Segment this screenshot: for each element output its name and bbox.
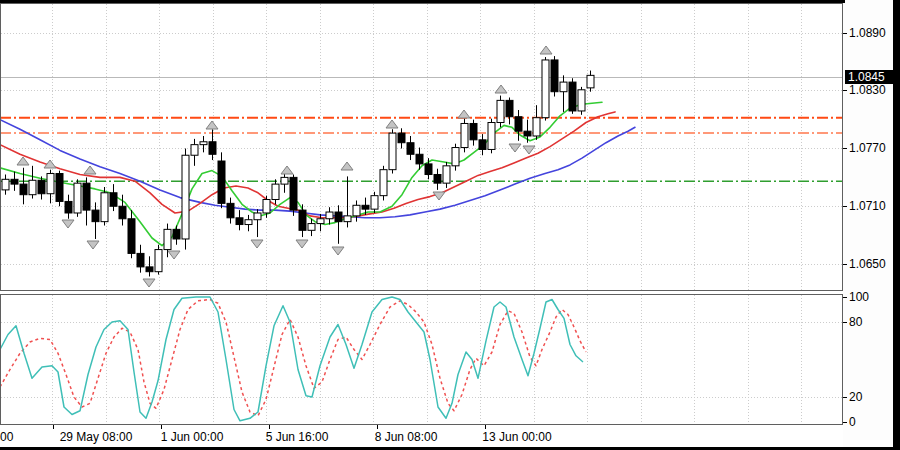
candle-bear[interactable] bbox=[407, 143, 414, 155]
candle-bear[interactable] bbox=[119, 206, 126, 219]
time-axis-label: 1 Jun 00:00 bbox=[161, 430, 224, 444]
candle-bull[interactable] bbox=[308, 224, 315, 231]
candle-bull[interactable] bbox=[371, 196, 378, 209]
candle-bear[interactable] bbox=[398, 133, 405, 143]
candle-bull[interactable] bbox=[452, 148, 459, 166]
candle-bull[interactable] bbox=[29, 180, 36, 194]
current-price-badge: 1.0845 bbox=[845, 70, 895, 84]
fractal-up-arrow-icon bbox=[17, 157, 29, 165]
candle-bull[interactable] bbox=[164, 229, 171, 249]
fractal-up-arrow-icon bbox=[206, 121, 218, 129]
price-axis-label: 1.0650 bbox=[849, 258, 886, 270]
candle-bull[interactable] bbox=[497, 100, 504, 122]
candle-bull[interactable] bbox=[461, 123, 468, 147]
chart-canvas[interactable] bbox=[0, 0, 900, 450]
oscillator-axis-label: 0 bbox=[849, 416, 856, 428]
candle-bear[interactable] bbox=[146, 267, 153, 272]
fractal-down-arrow-icon bbox=[143, 279, 155, 287]
candle-bear[interactable] bbox=[137, 253, 144, 266]
candle-bull[interactable] bbox=[317, 219, 324, 224]
candle-bear[interactable] bbox=[335, 212, 342, 222]
candle-bear[interactable] bbox=[290, 177, 297, 210]
candle-bear[interactable] bbox=[470, 123, 477, 139]
time-axis-label: 8 Jun 08:00 bbox=[375, 430, 438, 444]
time-axis-label: 13 Jun 00:00 bbox=[482, 430, 551, 444]
candle-bear[interactable] bbox=[110, 193, 117, 206]
candle-bear[interactable] bbox=[218, 161, 225, 203]
candle-bear[interactable] bbox=[362, 205, 369, 209]
candle-bear[interactable] bbox=[11, 179, 18, 184]
candle-bull[interactable] bbox=[272, 184, 279, 199]
candle-bull[interactable] bbox=[182, 155, 189, 239]
candle-bear[interactable] bbox=[524, 131, 531, 136]
candle-bull[interactable] bbox=[533, 118, 540, 136]
fractal-down-arrow-icon bbox=[332, 247, 344, 255]
candle-bull[interactable] bbox=[380, 170, 387, 196]
candle-bull[interactable] bbox=[47, 174, 54, 194]
candle-bear[interactable] bbox=[83, 183, 90, 210]
candle-bear[interactable] bbox=[515, 117, 522, 131]
candle-bear[interactable] bbox=[551, 60, 558, 92]
stochastic-line-k bbox=[0, 297, 583, 421]
candle-bear[interactable] bbox=[569, 82, 576, 111]
candle-bull[interactable] bbox=[443, 166, 450, 183]
candle-bear[interactable] bbox=[65, 201, 72, 213]
candle-bear[interactable] bbox=[299, 210, 306, 230]
candle-bear[interactable] bbox=[173, 229, 180, 239]
candle-bear[interactable] bbox=[434, 174, 441, 183]
candle-bear[interactable] bbox=[38, 180, 45, 193]
candle-bull[interactable] bbox=[74, 183, 81, 213]
candle-bull[interactable] bbox=[200, 142, 207, 145]
candle-bear[interactable] bbox=[506, 100, 513, 116]
candle-bull[interactable] bbox=[101, 193, 108, 222]
candle-bull[interactable] bbox=[560, 82, 567, 92]
candle-bull[interactable] bbox=[326, 212, 333, 219]
trading-chart-window: 00 29 May 08:001 Jun 00:005 Jun 16:008 J… bbox=[0, 0, 900, 450]
candle-bull[interactable] bbox=[578, 90, 585, 111]
candle-bull[interactable] bbox=[389, 133, 396, 170]
candle-bear[interactable] bbox=[479, 140, 486, 150]
candle-bull[interactable] bbox=[488, 123, 495, 150]
fractal-up-arrow-icon bbox=[495, 85, 507, 93]
price-axis-label: 1.0710 bbox=[849, 200, 886, 212]
oscillator-axis-label: 20 bbox=[849, 391, 862, 403]
candle-bear[interactable] bbox=[236, 218, 243, 225]
fractal-down-arrow-icon bbox=[296, 240, 308, 248]
candle-bull[interactable] bbox=[353, 205, 360, 216]
candle-bear[interactable] bbox=[20, 184, 27, 195]
candle-bear[interactable] bbox=[209, 142, 216, 155]
candle-bull[interactable] bbox=[542, 60, 549, 118]
candle-bull[interactable] bbox=[254, 213, 261, 220]
fractal-up-arrow-icon bbox=[341, 162, 353, 170]
price-axis-label: 1.0890 bbox=[849, 27, 886, 39]
candle-bear[interactable] bbox=[227, 203, 234, 217]
stochastic-line-d bbox=[0, 300, 586, 416]
time-axis-label: 5 Jun 16:00 bbox=[266, 430, 329, 444]
candle-bear[interactable] bbox=[128, 219, 135, 254]
fractal-down-arrow-icon bbox=[251, 240, 263, 248]
fractal-down-arrow-icon bbox=[523, 146, 535, 154]
fractal-down-arrow-icon bbox=[87, 241, 99, 249]
candle-bear[interactable] bbox=[425, 164, 432, 175]
fractal-up-arrow-icon bbox=[281, 166, 293, 174]
candle-bull[interactable] bbox=[191, 145, 198, 156]
candle-bull[interactable] bbox=[344, 216, 351, 222]
fractal-up-arrow-icon bbox=[540, 46, 552, 54]
candle-bull[interactable] bbox=[587, 75, 594, 88]
candle-bull[interactable] bbox=[155, 250, 162, 272]
candle-bear[interactable] bbox=[56, 174, 63, 202]
candle-bear[interactable] bbox=[416, 154, 423, 164]
oscillator-axis-label: 80 bbox=[849, 316, 862, 328]
time-axis-partial-label: 00 bbox=[0, 430, 13, 444]
oscillator-panel-border bbox=[1, 295, 843, 425]
price-panel-border bbox=[1, 4, 843, 291]
candle-bull[interactable] bbox=[281, 177, 288, 184]
fractal-down-arrow-icon bbox=[62, 220, 74, 228]
fractal-up-arrow-icon bbox=[84, 166, 96, 174]
current-price-value: 1.0845 bbox=[848, 70, 885, 84]
candle-bull[interactable] bbox=[263, 200, 270, 213]
mid-ma-line bbox=[0, 112, 615, 218]
candle-bull[interactable] bbox=[245, 220, 252, 225]
candle-bear[interactable] bbox=[92, 210, 99, 222]
candle-bull[interactable] bbox=[2, 179, 9, 190]
